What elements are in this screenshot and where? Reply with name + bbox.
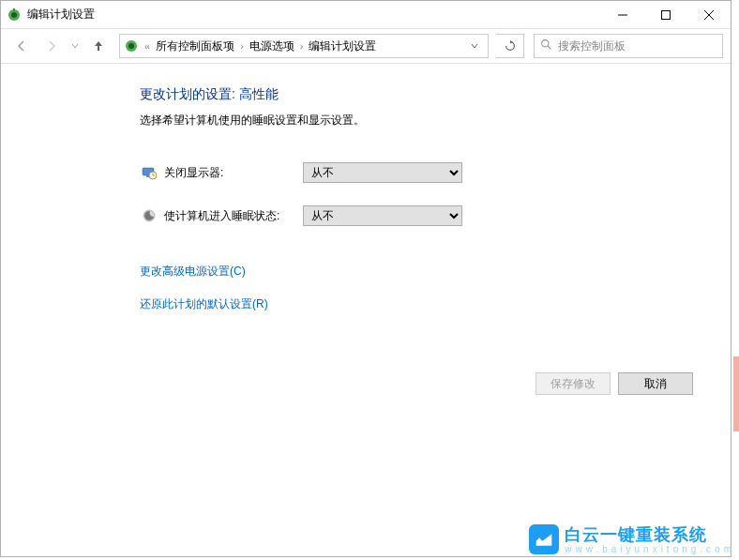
search-icon xyxy=(540,38,552,53)
content-area: 更改计划的设置: 高性能 选择希望计算机使用的睡眠设置和显示设置。 关闭显示器:… xyxy=(1,64,731,344)
address-bar[interactable]: « 所有控制面板项 › 电源选项 › 编辑计划设置 xyxy=(119,34,489,58)
control-panel-icon xyxy=(124,38,139,53)
setting-row-display-off: 关闭显示器: 从不 xyxy=(140,162,693,183)
sleep-select[interactable]: 从不 xyxy=(303,205,462,226)
navbar: « 所有控制面板项 › 电源选项 › 编辑计划设置 搜索 xyxy=(1,29,731,63)
button-bar: 保存修改 取消 xyxy=(1,372,731,395)
breadcrumb-root-chevron[interactable]: « xyxy=(143,40,152,52)
display-off-select[interactable]: 从不 xyxy=(303,162,462,183)
svg-rect-4 xyxy=(662,10,671,19)
monitor-timer-icon xyxy=(140,165,158,180)
close-button[interactable] xyxy=(687,1,731,29)
restore-defaults-link[interactable]: 还原此计划的默认设置(R) xyxy=(140,296,268,312)
window-frame: 编辑计划设置 xyxy=(0,0,731,557)
page-heading: 更改计划的设置: 高性能 xyxy=(140,86,693,103)
chevron-right-icon: › xyxy=(298,40,306,52)
heading-prefix: 更改计划的设置: xyxy=(140,86,239,101)
search-box[interactable]: 搜索控制面板 xyxy=(534,34,723,58)
svg-point-1 xyxy=(11,12,17,18)
address-dropdown[interactable] xyxy=(465,35,484,57)
refresh-button[interactable] xyxy=(496,34,524,58)
back-button[interactable] xyxy=(8,33,35,59)
breadcrumb-item-2[interactable]: 编辑计划设置 xyxy=(309,38,376,54)
decorative-strip xyxy=(733,356,739,431)
app-icon xyxy=(7,8,22,23)
setting-label: 使计算机进入睡眠状态: xyxy=(164,208,303,224)
plan-name: 高性能 xyxy=(239,86,279,101)
chevron-right-icon: › xyxy=(238,40,246,52)
search-placeholder: 搜索控制面板 xyxy=(558,38,716,54)
maximize-button[interactable] xyxy=(644,1,687,29)
window-title: 编辑计划设置 xyxy=(27,7,601,23)
page-subtext: 选择希望计算机使用的睡眠设置和显示设置。 xyxy=(140,113,693,129)
svg-rect-2 xyxy=(13,8,15,11)
recent-dropdown[interactable] xyxy=(68,41,82,52)
moon-icon xyxy=(140,208,158,223)
forward-button[interactable] xyxy=(38,33,65,59)
save-button: 保存修改 xyxy=(535,372,611,395)
minimize-button[interactable] xyxy=(601,1,644,29)
setting-label: 关闭显示器: xyxy=(164,165,303,181)
breadcrumb-item-1[interactable]: 电源选项 xyxy=(249,38,294,54)
titlebar: 编辑计划设置 xyxy=(1,1,731,29)
up-button[interactable] xyxy=(85,33,112,59)
cancel-button[interactable]: 取消 xyxy=(618,372,693,395)
advanced-power-settings-link[interactable]: 更改高级电源设置(C) xyxy=(140,264,246,280)
svg-point-8 xyxy=(128,43,134,49)
svg-line-10 xyxy=(548,46,550,49)
svg-point-9 xyxy=(542,40,549,47)
setting-row-sleep: 使计算机进入睡眠状态: 从不 xyxy=(140,205,693,226)
links-section: 更改高级电源设置(C) 还原此计划的默认设置(R) xyxy=(140,264,693,329)
breadcrumb-item-0[interactable]: 所有控制面板项 xyxy=(156,38,234,54)
